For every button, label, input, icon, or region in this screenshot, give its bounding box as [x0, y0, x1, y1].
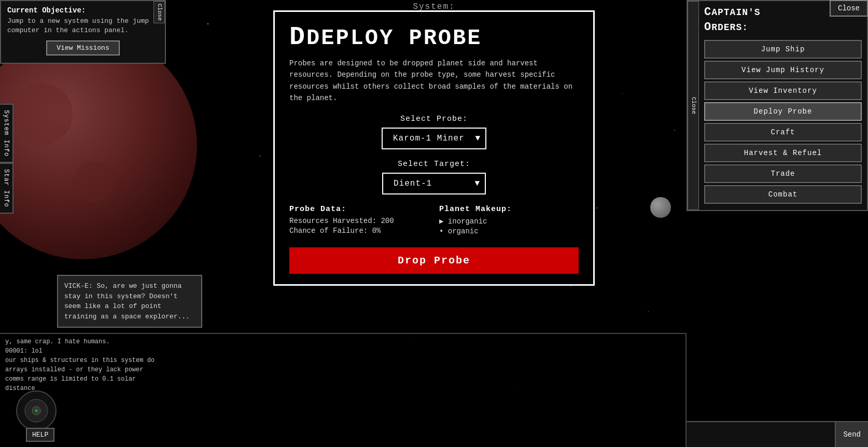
planet-makeup-title: Planet Makeup: [439, 205, 579, 214]
modal-description: Probes are designed to be dropped planet… [289, 58, 579, 104]
probe-select-container: Karom-1 Miner Scout Probe Survey Probe ▼ [382, 128, 486, 149]
modal-title: DDEPLOY PROBE [289, 24, 579, 50]
probe-select-wrapper: Karom-1 Miner Scout Probe Survey Probe ▼ [289, 128, 579, 149]
chance-of-failure: Chance of Failure: 0% [289, 227, 429, 235]
target-select-wrapper: Dient-1 Dient-2 Dient-3 ▼ [289, 173, 579, 194]
select-probe-label: Select Probe: [289, 115, 579, 123]
deploy-probe-modal: DDEPLOY PROBE Probes are designed to be … [273, 10, 595, 286]
select-target-label: Select Target: [289, 160, 579, 169]
resources-harvested: Resources Harvested: 200 [289, 217, 429, 225]
modal-overlay: DDEPLOY PROBE Probes are designed to be … [0, 0, 868, 447]
planet-makeup: Planet Makeup: inorganic organic [439, 205, 579, 237]
probe-data-title: Probe Data: [289, 205, 429, 214]
drop-probe-button[interactable]: Drop Probe [289, 247, 579, 274]
probe-select[interactable]: Karom-1 Miner Scout Probe Survey Probe [382, 128, 486, 149]
target-select[interactable]: Dient-1 Dient-2 Dient-3 [382, 173, 486, 194]
makeup-organic: organic [439, 227, 579, 235]
top-right-close-button[interactable]: Close [830, 0, 868, 17]
data-section: Probe Data: Resources Harvested: 200 Cha… [289, 205, 579, 237]
help-button[interactable]: HELP [26, 428, 54, 442]
target-select-container: Dient-1 Dient-2 Dient-3 ▼ [382, 173, 486, 194]
makeup-inorganic: inorganic [439, 217, 579, 226]
probe-data: Probe Data: Resources Harvested: 200 Cha… [289, 205, 429, 237]
